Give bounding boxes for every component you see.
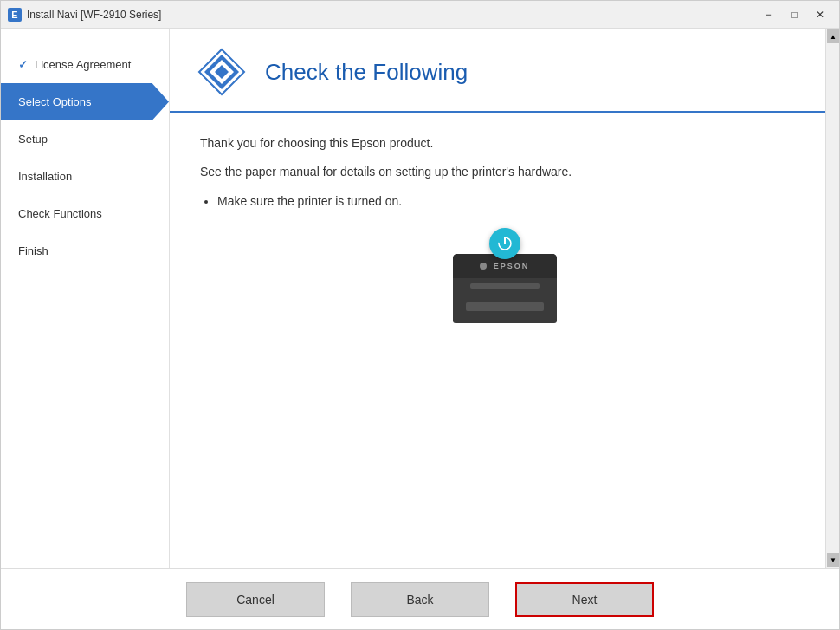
footer: Cancel Back Next (1, 568, 839, 629)
printer-graphic: EPSON (449, 228, 561, 323)
sidebar-item-license-agreement[interactable]: ✓ License Agreement (1, 46, 169, 83)
back-button[interactable]: Back (351, 582, 489, 617)
scrollbar[interactable]: ▲ ▼ (825, 29, 839, 568)
printer-tray (466, 302, 544, 311)
sidebar-item-finish[interactable]: Finish (1, 232, 169, 270)
sidebar-label-license: License Agreement (35, 58, 131, 71)
content-body: Thank you for choosing this Epson produc… (170, 113, 839, 568)
scroll-down-button[interactable]: ▼ (827, 553, 839, 567)
next-button[interactable]: Next (515, 582, 654, 617)
title-bar: E Install Navi [WF-2910 Series] − □ ✕ (1, 1, 839, 29)
checkmark-icon: ✓ (18, 58, 28, 71)
bullet-item-1: Make sure the printer is turned on. (217, 192, 809, 211)
cancel-button[interactable]: Cancel (186, 582, 325, 617)
sidebar-item-setup[interactable]: Setup (1, 120, 169, 158)
close-button[interactable]: ✕ (808, 5, 832, 24)
scroll-up-button[interactable]: ▲ (827, 29, 839, 43)
intro-text: Thank you for choosing this Epson produc… (200, 134, 809, 153)
printer-body: EPSON (453, 254, 557, 323)
svg-text:E: E (11, 10, 17, 20)
sidebar-item-installation[interactable]: Installation (1, 158, 169, 195)
epson-logo (196, 46, 248, 98)
minimize-button[interactable]: − (756, 5, 780, 24)
sidebar-label-finish: Finish (18, 244, 48, 257)
window-controls: − □ ✕ (756, 5, 832, 24)
instruction-text: See the paper manual for details on sett… (200, 163, 809, 181)
printer-illustration: EPSON (200, 228, 809, 323)
sidebar-label-select-options: Select Options (18, 95, 92, 108)
printer-power-button-icon (489, 228, 520, 259)
sidebar-label-check-functions: Check Functions (18, 207, 102, 220)
printer-paper-slot (470, 283, 540, 289)
main-container: ✓ License Agreement Select Options Setup… (1, 29, 839, 568)
bullet-list: Make sure the printer is turned on. (217, 192, 809, 211)
sidebar-item-select-options[interactable]: Select Options (1, 83, 169, 120)
sidebar: ✓ License Agreement Select Options Setup… (1, 29, 170, 568)
sidebar-label-installation: Installation (18, 170, 72, 183)
content-area: Check the Following Thank you for choosi… (170, 29, 839, 568)
sidebar-label-setup: Setup (18, 133, 48, 146)
printer-light (480, 263, 487, 270)
printer-brand-label: EPSON (494, 262, 530, 270)
window-title: Install Navi [WF-2910 Series] (27, 9, 756, 21)
maximize-button[interactable]: □ (782, 5, 806, 24)
app-icon: E (8, 8, 22, 22)
content-header: Check the Following (170, 29, 839, 113)
page-title: Check the Following (265, 59, 468, 86)
sidebar-item-check-functions[interactable]: Check Functions (1, 195, 169, 232)
printer-bottom (453, 294, 557, 320)
